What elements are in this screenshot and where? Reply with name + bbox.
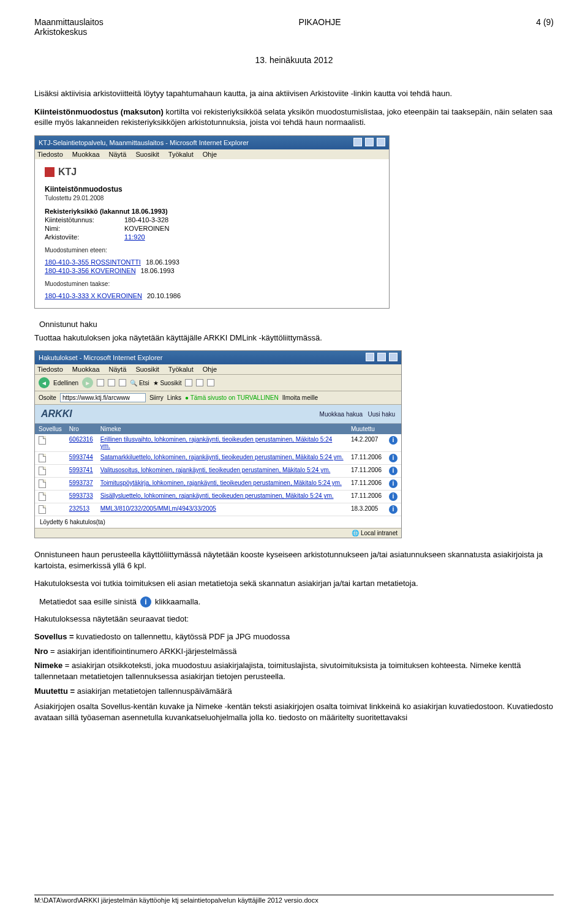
nimeke-link[interactable]: Valitusosoitus, lohkominen, rajankäynti,… xyxy=(97,465,347,478)
arkki-window-title: Hakutulokset - Microsoft Internet Explor… xyxy=(39,354,162,361)
table-row: 5993733Sisällysluettelo, lohkominen, raj… xyxy=(35,491,401,503)
nro-link[interactable]: 5993744 xyxy=(66,452,97,465)
home-icon[interactable] xyxy=(119,379,126,386)
col-muutettu[interactable]: Muutettu xyxy=(347,424,385,434)
minimize-icon[interactable] xyxy=(366,353,374,361)
back-label[interactable]: Edellinen xyxy=(53,380,78,386)
menu-item[interactable]: Näytä xyxy=(109,366,127,373)
info-icon[interactable]: i xyxy=(389,454,398,462)
taakse-date: 20.10.1986 xyxy=(147,292,181,299)
nimeke-link[interactable]: Toimituspöytäkirja, lohkominen, rajankäy… xyxy=(97,478,347,491)
menu-item[interactable]: Tiedosto xyxy=(37,366,63,373)
meta-left: Metatiedot saa esille sinistä xyxy=(39,597,137,606)
file-icon[interactable] xyxy=(39,492,46,501)
menu-item[interactable]: Suosikit xyxy=(135,366,159,373)
av-value-link[interactable]: 11:920 xyxy=(124,233,145,241)
search-label[interactable]: 🔍 Etsi xyxy=(130,380,149,386)
ktj-heading: Kiinteistönmuodostus xyxy=(45,185,379,194)
nimeke-link[interactable]: Erillinen tilusvaihto, lohkominen, rajan… xyxy=(97,434,347,452)
arkki-header: ARKKI Muokkaa hakua Uusi haku xyxy=(35,405,401,424)
favorites-label[interactable]: ★ Suosikit xyxy=(153,380,182,386)
after-para-4: Asiakirjojen osalta Sovellus-kentän kuva… xyxy=(34,701,554,723)
doc-date: 13. heinäkuuta 2012 xyxy=(34,55,554,65)
info-icon[interactable]: i xyxy=(389,505,398,514)
file-icon[interactable] xyxy=(39,436,46,445)
info-icon[interactable]: i xyxy=(389,492,398,501)
intro-bold: Kiinteistönmuodostus (maksuton) xyxy=(34,107,164,116)
meta-line: Metatiedot saa esille sinistä i klikkaam… xyxy=(39,596,554,607)
maximize-icon[interactable] xyxy=(365,138,374,146)
info-icon[interactable]: i xyxy=(140,596,151,607)
go-button[interactable]: Siirry xyxy=(149,394,164,401)
mail-icon[interactable] xyxy=(196,379,203,386)
back-icon[interactable]: ◄ xyxy=(39,377,50,388)
menu-item[interactable]: Muokkaa xyxy=(72,366,100,373)
table-row: 232513MML3/810/232/2005/MMLm/4943/33/200… xyxy=(35,503,401,516)
ktj-menubar: Tiedosto Muokkaa Näytä Suosikit Työkalut… xyxy=(35,149,389,159)
close-icon[interactable] xyxy=(389,353,398,361)
menu-item[interactable]: Tiedosto xyxy=(37,151,63,158)
nimi-label: Nimi: xyxy=(45,225,124,232)
eteen-date: 18.06.1993 xyxy=(141,267,175,274)
history-icon[interactable] xyxy=(185,379,192,386)
menu-item[interactable]: Työkalut xyxy=(168,366,194,373)
window-buttons xyxy=(364,353,398,363)
ktj-screenshot: KTJ-Selaintietopalvelu, Maanmittauslaito… xyxy=(34,135,390,309)
onnistunut-title: Onnistunut haku xyxy=(39,320,554,329)
table-row: 6062316Erillinen tilusvaihto, lohkominen… xyxy=(35,434,401,452)
print-icon[interactable] xyxy=(207,379,214,386)
taakse-link[interactable]: 180-410-3-333 X KOVEROINEN xyxy=(45,292,142,299)
menu-item[interactable]: Ohje xyxy=(203,366,217,373)
menu-item[interactable]: Ohje xyxy=(203,151,217,158)
file-icon[interactable] xyxy=(39,467,46,475)
close-icon[interactable] xyxy=(377,138,385,146)
ktj-printed: Tulostettu 29.01.2008 xyxy=(45,195,379,201)
arkki-toolbar: ◄ Edellinen ► 🔍 Etsi ★ Suosikit xyxy=(35,374,401,391)
nro-link[interactable]: 5993733 xyxy=(66,491,97,503)
nimeke-link[interactable]: Satamarkkiluettelo, lohkominen, rajankäy… xyxy=(97,452,347,465)
stop-icon[interactable] xyxy=(97,379,104,386)
menu-item[interactable]: Suosikit xyxy=(135,151,159,158)
nimeke-link[interactable]: Sisällysluettelo, lohkominen, rajankäynt… xyxy=(97,491,347,503)
col-nro[interactable]: Nro xyxy=(66,424,97,434)
nro-link[interactable]: 5993737 xyxy=(66,478,97,491)
eteen-head: Muodostuminen eteen: xyxy=(45,247,379,254)
nro-link[interactable]: 5993741 xyxy=(66,465,97,478)
menu-item[interactable]: Näytä xyxy=(109,151,127,158)
address-bar: Osoite Siirry Links ● Tämä sivusto on TU… xyxy=(35,391,401,405)
eteen-link[interactable]: 180-410-3-356 KOVEROINEN xyxy=(45,267,136,274)
menu-item[interactable]: Muokkaa xyxy=(72,151,100,158)
after-para-3: Hakutuloksessa näytetään seuraavat tiedo… xyxy=(34,614,554,625)
kv-row: Kiinteistötunnus: 180-410-3-328 xyxy=(45,216,379,224)
file-icon[interactable] xyxy=(39,505,46,514)
refresh-icon[interactable] xyxy=(108,379,115,386)
info-icon[interactable]: i xyxy=(389,479,398,488)
maximize-icon[interactable] xyxy=(377,353,386,361)
def-nro: Nro = asiakirjan identifiointinumero ARK… xyxy=(34,646,554,657)
nimi-value: KOVEROINEN xyxy=(124,225,169,232)
table-row: 5993737Toimituspöytäkirja, lohkominen, r… xyxy=(35,478,401,491)
info-icon[interactable]: i xyxy=(389,467,398,475)
intro-para-2: Kiinteistönmuodostus (maksuton) kortilta… xyxy=(34,107,554,128)
date-cell: 14.2.2007 xyxy=(347,434,385,452)
nimeke-link[interactable]: MML3/810/232/2005/MMLm/4943/33/2005 xyxy=(97,503,347,516)
col-sovellus[interactable]: Sovellus xyxy=(35,424,66,434)
col-nimeke[interactable]: Nimeke xyxy=(97,424,347,434)
eteen-link[interactable]: 180-410-3-355 ROSSINTONTTI xyxy=(45,258,141,266)
addr-input[interactable] xyxy=(60,393,146,402)
file-icon[interactable] xyxy=(39,479,46,488)
modify-search-link[interactable]: Muokkaa hakua xyxy=(320,411,363,418)
nro-link[interactable]: 232513 xyxy=(66,503,97,516)
nro-link[interactable]: 6062316 xyxy=(66,434,97,452)
minimize-icon[interactable] xyxy=(353,138,362,146)
menu-item[interactable]: Työkalut xyxy=(168,151,194,158)
addr-label: Osoite xyxy=(39,394,56,401)
arkki-panel: ARKKI Muokkaa hakua Uusi haku Sovellus N… xyxy=(35,405,401,528)
new-search-link[interactable]: Uusi haku xyxy=(368,411,395,418)
date-cell: 18.3.2005 xyxy=(347,503,385,516)
links-label[interactable]: Links xyxy=(167,394,181,401)
file-icon[interactable] xyxy=(39,454,46,462)
info-icon[interactable]: i xyxy=(389,436,398,445)
after-para-1: Onnistuneen haun perusteella käyttöliitt… xyxy=(34,549,554,571)
report-link[interactable]: Ilmoita meille xyxy=(282,394,318,401)
